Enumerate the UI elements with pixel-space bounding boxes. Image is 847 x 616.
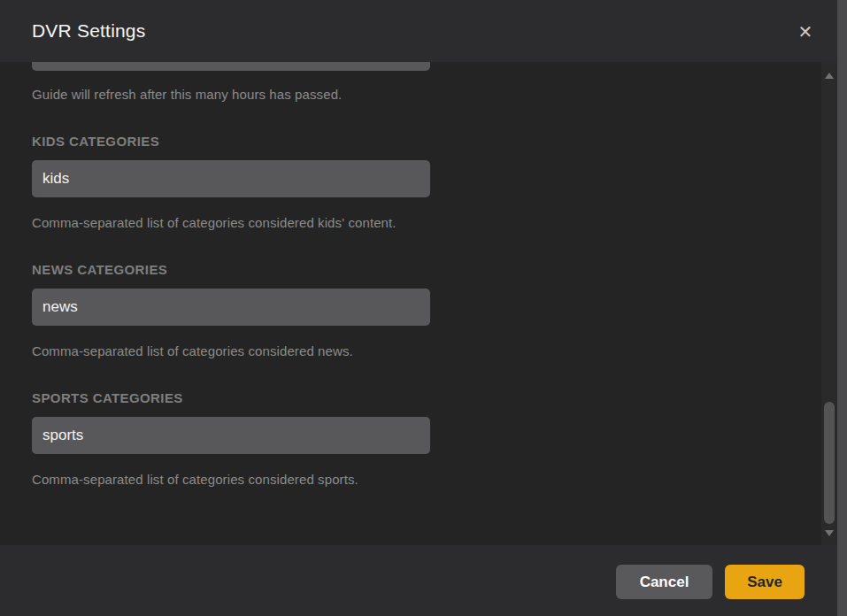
sports-categories-label: SPORTS CATEGORIES <box>32 390 183 405</box>
scroll-down-icon[interactable] <box>825 530 834 536</box>
dialog-scrollbar[interactable] <box>821 62 837 545</box>
guide-refresh-helper-text: Guide will refresh after this many hours… <box>32 87 342 102</box>
scroll-up-icon[interactable] <box>825 73 834 79</box>
save-button[interactable]: Save <box>725 565 805 599</box>
kids-categories-label: KIDS CATEGORIES <box>32 134 159 149</box>
guide-refresh-hours-input-cutoff[interactable] <box>32 62 430 71</box>
kids-categories-input[interactable] <box>32 160 430 197</box>
dvr-settings-dialog: DVR Settings ✕ Guide will refresh after … <box>0 0 847 616</box>
news-categories-label: NEWS CATEGORIES <box>32 262 167 277</box>
dialog-title: DVR Settings <box>32 0 145 62</box>
dialog-scroll-body: Guide will refresh after this many hours… <box>0 62 837 545</box>
dialog-header: DVR Settings ✕ <box>0 0 837 62</box>
sports-categories-helper-text: Comma-separated list of categories consi… <box>32 472 358 487</box>
scrollbar-thumb[interactable] <box>824 402 835 524</box>
page-scrollbar-strip[interactable] <box>837 0 847 616</box>
sports-categories-input[interactable] <box>32 417 430 454</box>
dialog-footer: Cancel Save <box>0 545 837 616</box>
close-button[interactable]: ✕ <box>791 18 820 46</box>
close-icon: ✕ <box>798 21 813 42</box>
news-categories-input[interactable] <box>32 289 430 326</box>
cancel-button[interactable]: Cancel <box>616 565 712 599</box>
kids-categories-helper-text: Comma-separated list of categories consi… <box>32 215 397 230</box>
news-categories-helper-text: Comma-separated list of categories consi… <box>32 343 353 358</box>
